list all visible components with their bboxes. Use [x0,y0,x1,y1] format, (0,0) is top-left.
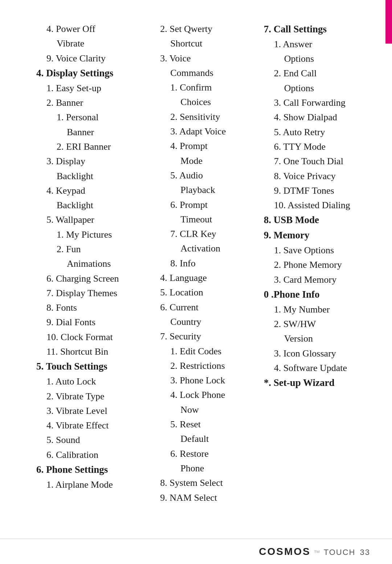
list-item: 4. Language [150,271,253,285]
list-item: 9. Voice Clarity [36,51,139,66]
list-item: 6. Calibration [36,448,139,462]
list-item: 5. Audio [150,168,253,183]
page-number: 33 [360,548,370,557]
list-item: Backlight [36,169,139,184]
list-item: 6. Prompt [150,198,253,212]
list-item: 2. Phone Memory [264,258,367,272]
list-item: 4. Power Off [36,22,139,36]
list-item: 7. Display Themes [36,286,139,301]
list-item: Default [150,432,253,446]
list-item: 7. CLR Key [150,227,253,241]
list-item: 4. Software Update [264,361,367,375]
list-item: 2. Set Qwerty [150,22,253,36]
list-item: 8. Fonts [36,301,139,315]
list-item: 3. Voice [150,51,253,66]
list-item: Now [150,403,253,417]
list-item: Options [264,81,367,96]
list-item: 7. Call Settings [264,22,367,37]
list-item: Commands [150,66,253,80]
list-item: Phone [150,461,253,476]
column-mid: 2. Set QwertyShortcut3. VoiceCommands1. … [143,22,256,535]
list-item: *. Set-up Wizard [264,375,367,391]
page-content: 4. Power OffVibrate9. Voice Clarity4. Di… [22,15,370,535]
list-item: Activation [150,241,253,256]
brand-dot: ™ [314,549,321,557]
list-item: 6. Phone Settings [36,462,139,478]
list-item: 2. Vibrate Type [36,389,139,404]
list-item: 10. Clock Format [36,330,139,345]
list-item: 5. Wallpaper [36,213,139,227]
list-item: 1. Save Options [264,243,367,258]
list-item: Animations [36,257,139,271]
list-item: 4. Lock Phone [150,388,253,402]
list-item: Version [264,331,367,346]
list-item: 8. USB Mode [264,213,367,228]
list-item: Playback [150,183,253,197]
list-item: 1. Airplane Mode [36,478,139,492]
list-item: 3. Display [36,154,139,169]
list-item: 5. Sound [36,433,139,447]
list-item: 1. Edit Codes [150,344,253,359]
list-item: Banner [36,125,139,140]
list-item: 4. Show Dialpad [264,110,367,125]
list-item: 5. Auto Retry [264,125,367,140]
list-item: Timeout [150,212,253,227]
list-item: 7. Security [150,329,253,344]
pink-bookmark-bar [385,0,392,44]
list-item: 1. My Pictures [36,227,139,242]
list-item: 11. Shortcut Bin [36,345,139,359]
list-item: 9. NAM Select [150,491,253,505]
list-item: 6. Current [150,300,253,315]
list-item: 5. Location [150,285,253,300]
list-item: 6. Restore [150,447,253,461]
list-item: 6. TTY Mode [264,140,367,154]
list-item: Backlight [36,198,139,213]
list-item: Options [264,52,367,66]
list-item: 5. Reset [150,417,253,432]
list-item: Vibrate [36,36,139,51]
list-item: 3. Call Forwarding [264,96,367,110]
list-item: Country [150,315,253,329]
list-item: 2. End Call [264,66,367,81]
list-item: 2. SW/HW [264,317,367,331]
list-item: 1. Answer [264,37,367,52]
list-item: 1. Personal [36,110,139,125]
list-item: Mode [150,154,253,168]
list-item: 8. System Select [150,476,253,490]
list-item: 2. Sensitivity [150,110,253,124]
list-item: 3. Phone Lock [150,373,253,388]
list-item: 0 .Phone Info [264,287,367,302]
brand-touch-text: TOUCH [324,548,356,557]
list-item: 3. Icon Glossary [264,346,367,361]
columns-wrapper: 4. Power OffVibrate9. Voice Clarity4. Di… [22,15,370,535]
list-item: 2. Banner [36,96,139,110]
list-item: 1. Auto Lock [36,374,139,389]
list-item: 4. Keypad [36,184,139,198]
list-item: 4. Display Settings [36,66,139,81]
column-left: 4. Power OffVibrate9. Voice Clarity4. Di… [22,22,143,535]
list-item: 9. Memory [264,228,367,243]
list-item: 8. Info [150,256,253,271]
list-item: 3. Vibrate Level [36,404,139,418]
list-item: 10. Assisted Dialing [264,198,367,213]
list-item: 1. Confirm [150,80,253,95]
list-item: Choices [150,95,253,109]
list-item: 1. Easy Set-up [36,81,139,96]
list-item: 2. ERI Banner [36,140,139,154]
list-item: Shortcut [150,36,253,51]
list-item: 3. Adapt Voice [150,124,253,139]
list-item: 4. Prompt [150,139,253,153]
list-item: 9. DTMF Tones [264,184,367,198]
column-right: 7. Call Settings1. AnswerOptions2. End C… [257,22,370,535]
list-item: 9. Dial Fonts [36,315,139,330]
list-item: 4. Vibrate Effect [36,418,139,433]
list-item: 5. Touch Settings [36,359,139,374]
list-item: 6. Charging Screen [36,271,139,286]
list-item: 7. One Touch Dial [264,154,367,169]
list-item: 2. Restrictions [150,359,253,373]
list-item: 8. Voice Privacy [264,169,367,184]
brand-cosmos-text: COSMOS [259,546,310,557]
list-item: 2. Fun [36,242,139,257]
brand-logo: COSMOS ™ TOUCH 33 [259,546,370,557]
list-item: 1. My Number [264,302,367,317]
